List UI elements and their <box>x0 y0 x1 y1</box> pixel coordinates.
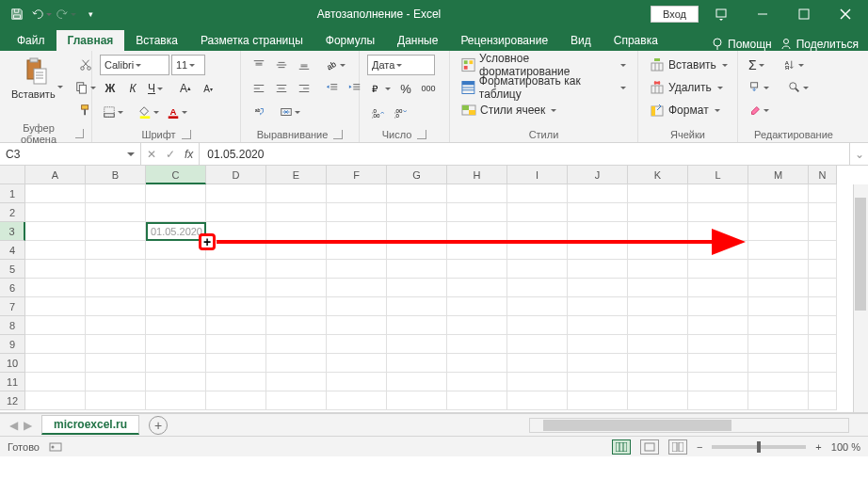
cell-K12[interactable] <box>628 391 688 410</box>
cell-K8[interactable] <box>628 316 688 335</box>
macro-record-icon[interactable] <box>49 439 62 455</box>
cell-A4[interactable] <box>25 241 86 260</box>
cell-F4[interactable] <box>327 241 387 260</box>
cell-F2[interactable] <box>327 203 387 222</box>
col-L[interactable]: L <box>688 166 748 184</box>
select-all-corner[interactable] <box>0 166 25 184</box>
row-10[interactable]: 10 <box>0 354 25 373</box>
clipboard-launcher-icon[interactable] <box>75 129 84 138</box>
cell-F3[interactable] <box>327 222 387 241</box>
cell-B5[interactable] <box>86 260 146 279</box>
cell-K1[interactable] <box>628 184 688 203</box>
zoom-level[interactable]: 100 % <box>831 441 860 453</box>
cell-I4[interactable] <box>507 241 568 260</box>
cell-K7[interactable] <box>628 297 688 316</box>
zoom-out-button[interactable]: − <box>697 441 702 453</box>
col-J[interactable]: J <box>568 166 628 184</box>
zoom-slider[interactable] <box>712 445 806 449</box>
cell-styles-button[interactable]: Стили ячеек <box>458 100 630 120</box>
cell-H8[interactable] <box>447 316 507 335</box>
decrease-decimal-icon[interactable]: ,00,0 <box>390 102 410 122</box>
align-bottom-icon[interactable] <box>294 55 314 75</box>
row-8[interactable]: 8 <box>0 316 25 335</box>
cell-E4[interactable] <box>266 241 327 260</box>
cell-M8[interactable] <box>748 316 809 335</box>
maximize-icon[interactable] <box>785 0 823 28</box>
cell-H5[interactable] <box>447 260 507 279</box>
conditional-formatting-button[interactable]: Условное форматирование <box>458 55 630 75</box>
align-middle-icon[interactable] <box>271 55 292 75</box>
cell-G2[interactable] <box>387 203 447 222</box>
cell-L6[interactable] <box>688 279 748 297</box>
fill-color-icon[interactable] <box>136 102 162 122</box>
cell-J10[interactable] <box>568 354 628 373</box>
cell-M11[interactable] <box>748 373 809 391</box>
ribbon-options-icon[interactable] <box>702 0 740 28</box>
cell-J12[interactable] <box>568 391 628 410</box>
cell-A8[interactable] <box>25 316 86 335</box>
tab-review[interactable]: Рецензирование <box>449 30 559 51</box>
cell-M12[interactable] <box>748 391 809 410</box>
minimize-icon[interactable] <box>744 0 781 28</box>
cell-G12[interactable] <box>387 391 447 410</box>
cell-I2[interactable] <box>507 203 568 222</box>
tab-insert[interactable]: Вставка <box>124 30 189 51</box>
percent-icon[interactable]: % <box>395 78 416 99</box>
cell-M7[interactable] <box>748 297 809 316</box>
cell-A9[interactable] <box>25 335 86 354</box>
col-B[interactable]: B <box>86 166 146 184</box>
col-E[interactable]: E <box>266 166 327 184</box>
view-normal-icon[interactable] <box>612 439 631 455</box>
cell-H7[interactable] <box>447 297 507 316</box>
col-I[interactable]: I <box>507 166 568 184</box>
close-icon[interactable] <box>827 0 864 28</box>
cell-F5[interactable] <box>327 260 387 279</box>
col-M[interactable]: M <box>748 166 809 184</box>
cell-E11[interactable] <box>266 373 327 391</box>
formula-input[interactable]: 01.05.2020 <box>200 143 849 165</box>
cell-B10[interactable] <box>86 354 146 373</box>
cell-C2[interactable] <box>146 203 206 222</box>
cell-N5[interactable] <box>809 260 837 279</box>
number-format-combo[interactable]: Дата <box>367 55 435 75</box>
cell-F7[interactable] <box>327 297 387 316</box>
insert-cells-button[interactable]: Вставить <box>646 55 731 75</box>
wrap-text-icon[interactable]: ab <box>249 102 269 122</box>
cell-I11[interactable] <box>507 373 568 391</box>
view-page-layout-icon[interactable] <box>640 439 659 455</box>
cell-D6[interactable] <box>206 279 266 297</box>
zoom-in-button[interactable]: + <box>815 441 821 453</box>
clear-icon[interactable] <box>746 100 772 120</box>
share-button[interactable]: Поделиться <box>780 38 859 51</box>
cell-D11[interactable] <box>206 373 266 391</box>
cell-J11[interactable] <box>568 373 628 391</box>
cell-K2[interactable] <box>628 203 688 222</box>
borders-icon[interactable] <box>100 102 126 122</box>
cell-F8[interactable] <box>327 316 387 335</box>
cell-F11[interactable] <box>327 373 387 391</box>
cell-N8[interactable] <box>809 316 837 335</box>
cell-J5[interactable] <box>568 260 628 279</box>
cell-I9[interactable] <box>507 335 568 354</box>
cell-N4[interactable] <box>809 241 837 260</box>
find-select-icon[interactable] <box>785 77 812 98</box>
cell-J4[interactable] <box>568 241 628 260</box>
cell-D8[interactable] <box>206 316 266 335</box>
cell-I12[interactable] <box>507 391 568 410</box>
cell-B7[interactable] <box>86 297 146 316</box>
cell-L12[interactable] <box>688 391 748 410</box>
cell-A3[interactable] <box>25 222 86 241</box>
font-color-icon[interactable]: A <box>164 102 190 122</box>
row-7[interactable]: 7 <box>0 297 25 316</box>
cell-H3[interactable] <box>447 222 507 241</box>
cell-N6[interactable] <box>809 279 837 297</box>
italic-button[interactable]: К <box>122 78 143 99</box>
tab-help[interactable]: Справка <box>603 30 669 51</box>
cell-B1[interactable] <box>86 184 146 203</box>
cell-B6[interactable] <box>86 279 146 297</box>
cell-L2[interactable] <box>688 203 748 222</box>
cell-G6[interactable] <box>387 279 447 297</box>
cell-L7[interactable] <box>688 297 748 316</box>
cell-K3[interactable] <box>628 222 688 241</box>
cell-A7[interactable] <box>25 297 86 316</box>
